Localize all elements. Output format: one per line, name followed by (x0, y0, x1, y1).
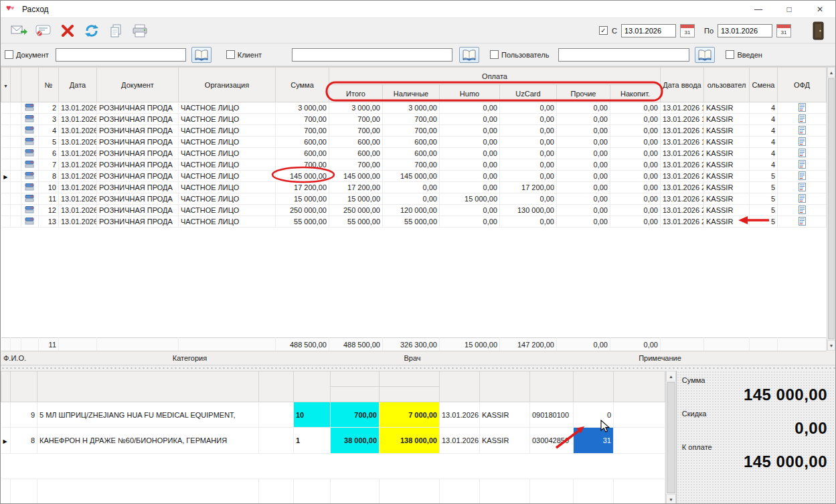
cell-qty[interactable]: 10 (294, 402, 331, 428)
cell-ofd[interactable] (778, 148, 827, 159)
cell-sum[interactable]: 138 000,00 (380, 428, 440, 453)
cell-cash[interactable]: 700,00 (383, 125, 440, 137)
table-row[interactable]: ▶ 10 13.01.2026 РОЗНИЧНАЯ ПРОДА (1, 182, 827, 193)
cell-humo[interactable]: 0,00 (440, 216, 500, 228)
cell-entered[interactable]: 13.01.2026 2( (661, 148, 704, 159)
cell-shift[interactable]: 4 (750, 159, 778, 171)
cell-doc[interactable]: РОЗНИЧНАЯ ПРОДА (97, 137, 179, 148)
cell-num[interactable]: 4 (39, 125, 59, 137)
cell-humo[interactable]: 15 000,00 (440, 193, 500, 205)
cell-entered[interactable]: 13.01.2026 2( (661, 182, 704, 193)
cell-check[interactable] (11, 205, 21, 216)
table-row[interactable]: ▶ 2 13.01.2026 РОЗНИЧНАЯ ПРОДА Ч (1, 102, 827, 114)
cell-uzcard[interactable]: 0,00 (500, 114, 557, 125)
cell-sum[interactable]: 7 000,00 (380, 402, 440, 428)
table-row[interactable]: ▶ 7 13.01.2026 РОЗНИЧНАЯ ПРОДА Ч (1, 159, 827, 171)
column-header-date[interactable]: Дата (59, 68, 97, 102)
client-filter-checkbox[interactable] (226, 50, 235, 59)
cell-id[interactable]: 9 (11, 402, 37, 428)
cell-shift[interactable]: 4 (750, 148, 778, 159)
cell-ofd[interactable] (778, 102, 827, 114)
cell-check[interactable] (11, 114, 21, 125)
cell-uzcard[interactable]: 17 200,00 (500, 182, 557, 193)
cell-nakopit[interactable]: 0,00 (610, 125, 661, 137)
cell-num[interactable]: 7 (39, 159, 59, 171)
items-header-user[interactable] (480, 371, 530, 402)
cell-other[interactable]: 0,00 (557, 193, 610, 205)
column-header-doc[interactable]: Документ (97, 68, 179, 102)
cell-date[interactable]: 13.01.2026 (59, 114, 97, 125)
cell-itogo[interactable]: 15 000,00 (329, 193, 383, 205)
cell-ikpu[interactable]: 090180100 (530, 402, 574, 428)
cell-user[interactable]: KASSIR (480, 428, 530, 453)
copy-document-button[interactable] (104, 21, 128, 41)
refresh-button[interactable] (80, 21, 104, 41)
minimize-button[interactable]: — (743, 1, 774, 17)
cell-date[interactable]: 13.01.2026 (59, 205, 97, 216)
cell-humo[interactable]: 0,00 (440, 137, 500, 148)
document-lookup-button[interactable] (191, 47, 212, 63)
cell-org[interactable]: ЧАСТНОЕ ЛИЦО (179, 171, 276, 182)
cell-doc[interactable]: РОЗНИЧНАЯ ПРОДА (97, 102, 179, 114)
cell-humo[interactable]: 0,00 (440, 148, 500, 159)
close-button[interactable]: ✕ (805, 1, 835, 17)
cell-shift[interactable]: 5 (750, 193, 778, 205)
column-header-cash[interactable]: Наличные (383, 85, 440, 102)
cell-itogo[interactable]: 250 000,00 (329, 205, 383, 216)
cell-itogo[interactable]: 600,00 (329, 137, 383, 148)
cell-num[interactable]: 8 (39, 171, 59, 182)
cell-name[interactable]: КАНЕФРОН Н ДРАЖЕ №60/БИОНОРИКА, ГЕРМАНИЯ (37, 428, 259, 453)
cell-check[interactable] (11, 102, 21, 114)
cell-summa[interactable]: 250 000,00 (276, 205, 329, 216)
column-header-org[interactable]: Организация (179, 68, 276, 102)
cell-humo[interactable]: 0,00 (440, 171, 500, 182)
items-header-qty[interactable] (294, 371, 331, 402)
cell-shift[interactable]: 5 (750, 205, 778, 216)
cell-cash[interactable]: 120 000,00 (383, 205, 440, 216)
cell-check[interactable] (11, 137, 21, 148)
table-row[interactable]: ▶ 5 13.01.2026 РОЗНИЧНАЯ ПРОДА Ч (1, 137, 827, 148)
user-filter-input[interactable] (558, 48, 689, 62)
cell-summa[interactable]: 600,00 (276, 148, 329, 159)
cell-doc[interactable]: РОЗНИЧНАЯ ПРОДА (97, 171, 179, 182)
cell-date[interactable]: 13.01.2026 (59, 182, 97, 193)
user-lookup-button[interactable] (695, 47, 715, 63)
table-row[interactable]: ▶ 13 13.01.2026 РОЗНИЧНАЯ ПРОДА (1, 216, 827, 228)
column-header-num[interactable]: № (39, 68, 59, 102)
cell-user[interactable]: KASSIR (704, 137, 750, 148)
column-header-user[interactable]: ользовател (704, 68, 750, 102)
table-row[interactable]: ▶ 3 13.01.2026 РОЗНИЧНАЯ ПРОДА Ч (1, 114, 827, 125)
send-mail-button[interactable] (7, 21, 31, 41)
cell-org[interactable]: ЧАСТНОЕ ЛИЦО (179, 193, 276, 205)
column-header-icon[interactable] (21, 68, 39, 102)
cell-summa[interactable]: 3 000,00 (276, 102, 329, 114)
cell-org[interactable]: ЧАСТНОЕ ЛИЦО (179, 205, 276, 216)
cell-summa[interactable]: 700,00 (276, 114, 329, 125)
cell-other[interactable]: 0,00 (557, 205, 610, 216)
cell-cash[interactable]: 3 000,00 (383, 102, 440, 114)
cell-date[interactable]: 13.01.2026 (59, 102, 97, 114)
cell-org[interactable]: ЧАСТНОЕ ЛИЦО (179, 137, 276, 148)
cell-date[interactable]: 13.01.2026 (59, 125, 97, 137)
cell-cash[interactable]: 600,00 (383, 137, 440, 148)
document-filter-input[interactable] (56, 48, 186, 62)
cell-mx[interactable] (614, 428, 665, 453)
cell-cash[interactable]: 55 000,00 (383, 216, 440, 228)
items-header-mx[interactable] (614, 371, 665, 402)
cell-entered[interactable]: 13.01.2026 (440, 402, 480, 428)
items-header-price-sub[interactable] (331, 387, 380, 402)
client-lookup-button[interactable] (459, 47, 479, 63)
cell-other[interactable]: 0,00 (557, 114, 610, 125)
cell-entered[interactable]: 13.01.2026 1! (661, 137, 704, 148)
cell-mark[interactable]: 31 (574, 428, 614, 453)
items-header-sum[interactable] (380, 371, 440, 387)
cell-nakopit[interactable]: 0,00 (610, 137, 661, 148)
cell-nakopit[interactable]: 0,00 (610, 148, 661, 159)
cell-price[interactable]: 700,00 (331, 402, 380, 428)
cell-entered[interactable]: 13.01.2026 2( (661, 193, 704, 205)
cell-date[interactable]: 13.01.2026 (59, 159, 97, 171)
cell-humo[interactable]: 0,00 (440, 114, 500, 125)
cell-num[interactable]: 3 (39, 114, 59, 125)
cell-humo[interactable]: 0,00 (440, 125, 500, 137)
cell-check[interactable] (11, 125, 21, 137)
